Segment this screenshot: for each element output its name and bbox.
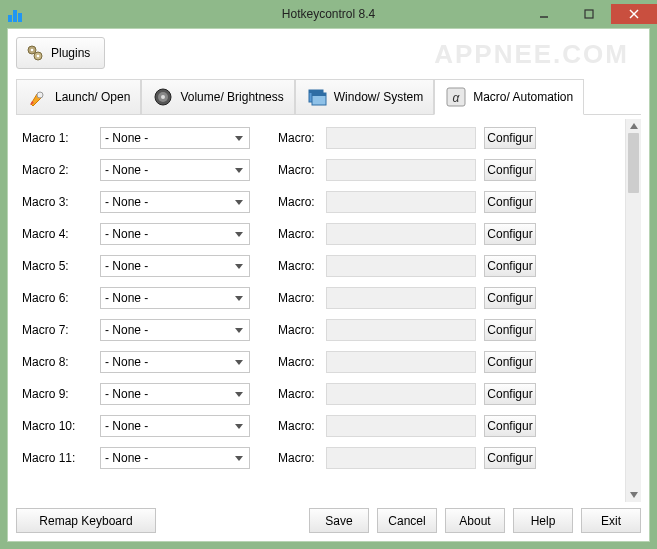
dropdown-value: - None - bbox=[105, 195, 148, 209]
tab-macro-automation[interactable]: α Macro/ Automation bbox=[434, 79, 584, 115]
macro-value-field bbox=[326, 415, 476, 437]
tab-label: Window/ System bbox=[334, 90, 423, 104]
macro-label: Macro 11: bbox=[22, 451, 92, 465]
footer: Remap Keyboard Save Cancel About Help Ex… bbox=[16, 508, 641, 533]
configure-button[interactable]: Configur bbox=[484, 447, 536, 469]
dropdown-value: - None - bbox=[105, 323, 148, 337]
macro-hotkey-dropdown[interactable]: - None - bbox=[100, 127, 250, 149]
macro-label: Macro 4: bbox=[22, 227, 92, 241]
macro-value-field bbox=[326, 255, 476, 277]
macro-row: Macro 10:- None -Macro:Configur bbox=[22, 413, 619, 439]
macro-hotkey-dropdown[interactable]: - None - bbox=[100, 383, 250, 405]
tab-launch-open[interactable]: Launch/ Open bbox=[16, 79, 141, 114]
dropdown-value: - None - bbox=[105, 291, 148, 305]
macro-label-2: Macro: bbox=[278, 451, 318, 465]
macro-value-field bbox=[326, 191, 476, 213]
macro-value-field bbox=[326, 447, 476, 469]
macro-row: Macro 11:- None -Macro:Configur bbox=[22, 445, 619, 471]
macro-value-field bbox=[326, 223, 476, 245]
macro-hotkey-dropdown[interactable]: - None - bbox=[100, 255, 250, 277]
macro-value-field bbox=[326, 127, 476, 149]
tabs: Launch/ Open Volume/ Brightness Window/ … bbox=[16, 79, 641, 115]
save-button[interactable]: Save bbox=[309, 508, 369, 533]
macro-row: Macro 6:- None -Macro:Configur bbox=[22, 285, 619, 311]
configure-button[interactable]: Configur bbox=[484, 255, 536, 277]
macro-label: Macro 8: bbox=[22, 355, 92, 369]
tab-label: Macro/ Automation bbox=[473, 90, 573, 104]
exit-button[interactable]: Exit bbox=[581, 508, 641, 533]
plugins-row: Plugins bbox=[16, 37, 641, 69]
macro-hotkey-dropdown[interactable]: - None - bbox=[100, 191, 250, 213]
configure-button[interactable]: Configur bbox=[484, 415, 536, 437]
macro-row: Macro 3:- None -Macro:Configur bbox=[22, 189, 619, 215]
scrollbar[interactable] bbox=[625, 119, 641, 502]
macro-hotkey-dropdown[interactable]: - None - bbox=[100, 447, 250, 469]
configure-button[interactable]: Configur bbox=[484, 287, 536, 309]
about-button[interactable]: About bbox=[445, 508, 505, 533]
dropdown-value: - None - bbox=[105, 419, 148, 433]
macro-label-2: Macro: bbox=[278, 163, 318, 177]
macro-label: Macro 3: bbox=[22, 195, 92, 209]
configure-button[interactable]: Configur bbox=[484, 159, 536, 181]
plugins-label: Plugins bbox=[51, 46, 90, 60]
svg-text:α: α bbox=[453, 91, 461, 105]
macro-row: Macro 1:- None -Macro:Configur bbox=[22, 125, 619, 151]
rocket-icon bbox=[27, 86, 49, 108]
plugins-button[interactable]: Plugins bbox=[16, 37, 105, 69]
dropdown-value: - None - bbox=[105, 451, 148, 465]
macro-value-field bbox=[326, 287, 476, 309]
speaker-icon bbox=[152, 86, 174, 108]
macro-row: Macro 2:- None -Macro:Configur bbox=[22, 157, 619, 183]
macro-value-field bbox=[326, 351, 476, 373]
macro-value-field bbox=[326, 319, 476, 341]
macro-label: Macro 7: bbox=[22, 323, 92, 337]
configure-button[interactable]: Configur bbox=[484, 191, 536, 213]
macro-label-2: Macro: bbox=[278, 131, 318, 145]
macro-value-field bbox=[326, 159, 476, 181]
scroll-thumb[interactable] bbox=[628, 133, 639, 193]
remap-keyboard-button[interactable]: Remap Keyboard bbox=[16, 508, 156, 533]
macro-label: Macro 9: bbox=[22, 387, 92, 401]
macro-label: Macro 10: bbox=[22, 419, 92, 433]
scroll-up-arrow[interactable] bbox=[626, 119, 641, 133]
macro-row: Macro 4:- None -Macro:Configur bbox=[22, 221, 619, 247]
macro-label: Macro 6: bbox=[22, 291, 92, 305]
window-icon bbox=[306, 86, 328, 108]
svg-marker-19 bbox=[630, 492, 638, 498]
alpha-icon: α bbox=[445, 86, 467, 108]
macro-hotkey-dropdown[interactable]: - None - bbox=[100, 415, 250, 437]
macro-label-2: Macro: bbox=[278, 259, 318, 273]
macro-label-2: Macro: bbox=[278, 291, 318, 305]
macro-hotkey-dropdown[interactable]: - None - bbox=[100, 223, 250, 245]
app-window: Hotkeycontrol 8.4 APPNEE.COM Plugins bbox=[0, 0, 657, 549]
configure-button[interactable]: Configur bbox=[484, 319, 536, 341]
window-title: Hotkeycontrol 8.4 bbox=[0, 7, 657, 21]
scroll-down-arrow[interactable] bbox=[626, 488, 641, 502]
configure-button[interactable]: Configur bbox=[484, 351, 536, 373]
cancel-button[interactable]: Cancel bbox=[377, 508, 437, 533]
dropdown-value: - None - bbox=[105, 131, 148, 145]
macro-label-2: Macro: bbox=[278, 387, 318, 401]
configure-button[interactable]: Configur bbox=[484, 223, 536, 245]
tab-volume-brightness[interactable]: Volume/ Brightness bbox=[141, 79, 294, 114]
dropdown-value: - None - bbox=[105, 355, 148, 369]
macro-hotkey-dropdown[interactable]: - None - bbox=[100, 287, 250, 309]
macro-hotkey-dropdown[interactable]: - None - bbox=[100, 319, 250, 341]
configure-button[interactable]: Configur bbox=[484, 383, 536, 405]
macro-hotkey-dropdown[interactable]: - None - bbox=[100, 159, 250, 181]
help-button[interactable]: Help bbox=[513, 508, 573, 533]
macro-label-2: Macro: bbox=[278, 195, 318, 209]
configure-button[interactable]: Configur bbox=[484, 127, 536, 149]
content-area: Macro 1:- None -Macro:ConfigurMacro 2:- … bbox=[16, 119, 641, 502]
macro-hotkey-dropdown[interactable]: - None - bbox=[100, 351, 250, 373]
tab-label: Launch/ Open bbox=[55, 90, 130, 104]
tab-window-system[interactable]: Window/ System bbox=[295, 79, 434, 114]
macro-row: Macro 5:- None -Macro:Configur bbox=[22, 253, 619, 279]
macro-label: Macro 1: bbox=[22, 131, 92, 145]
svg-point-7 bbox=[37, 55, 40, 58]
tab-label: Volume/ Brightness bbox=[180, 90, 283, 104]
macro-label: Macro 5: bbox=[22, 259, 92, 273]
dropdown-value: - None - bbox=[105, 387, 148, 401]
macro-label-2: Macro: bbox=[278, 323, 318, 337]
svg-marker-18 bbox=[630, 123, 638, 129]
